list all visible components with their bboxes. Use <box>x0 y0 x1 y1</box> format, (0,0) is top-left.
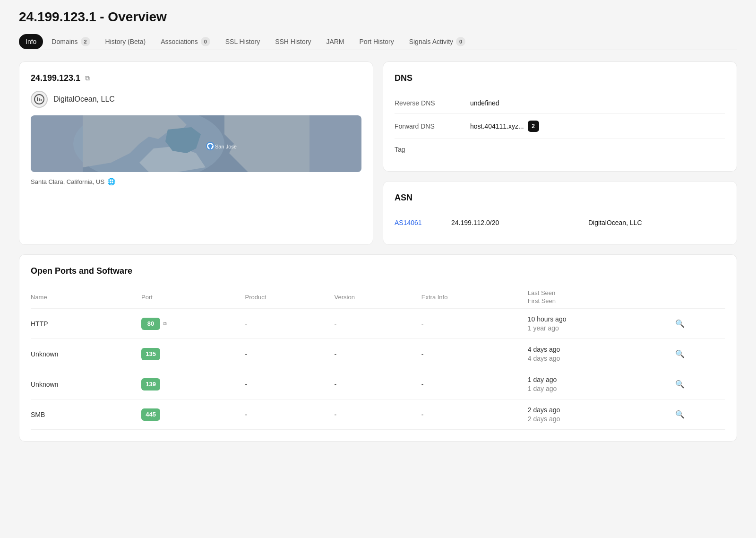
port-seen-cell: 10 hours ago1 year ago <box>528 309 675 339</box>
ports-table: Name Port Product Version Extra Info Las… <box>31 286 725 430</box>
globe-icon: 🌐 <box>107 178 115 185</box>
port-name-cell: Unknown <box>31 339 141 369</box>
org-logo <box>31 91 48 108</box>
col-actions <box>675 286 725 309</box>
first-seen: 2 days ago <box>528 415 670 423</box>
ip-address: 24.199.123.1 <box>31 73 80 83</box>
port-number-cell: 139 <box>141 369 245 399</box>
asn-id[interactable]: AS14061 <box>395 219 451 226</box>
port-extra-info-cell: - <box>421 399 528 430</box>
col-version: Version <box>335 286 421 309</box>
col-product: Product <box>245 286 335 309</box>
ip-info-card: 24.199.123.1 ⧉ DigitalOcean, LLC <box>19 61 373 245</box>
port-product-cell: - <box>245 369 335 399</box>
tab-jarm[interactable]: JARM <box>319 34 351 49</box>
reverse-dns-value: undefined <box>470 99 725 107</box>
last-seen: 10 hours ago <box>528 315 670 323</box>
tab-signals-activity-badge: 0 <box>456 37 465 46</box>
port-badge[interactable]: 135 <box>141 348 160 360</box>
ports-title: Open Ports and Software <box>31 266 725 276</box>
col-name: Name <box>31 286 141 309</box>
tab-ssl-history[interactable]: SSL History <box>219 34 266 49</box>
port-search-cell: 🔍 <box>675 339 725 369</box>
port-product-cell: - <box>245 339 335 369</box>
asn-row: AS14061 24.199.112.0/20 DigitalOcean, LL… <box>395 212 725 233</box>
asn-org: DigitalOcean, LLC <box>588 219 725 226</box>
forward-dns-label: Forward DNS <box>395 122 470 130</box>
port-badge[interactable]: 445 <box>141 408 160 421</box>
ports-card: Open Ports and Software Name Port Produc… <box>19 254 737 442</box>
reverse-dns-row: Reverse DNS undefined <box>395 93 725 114</box>
last-seen: 2 days ago <box>528 406 670 414</box>
port-seen-cell: 2 days ago2 days ago <box>528 399 675 430</box>
port-search-icon[interactable]: 🔍 <box>675 350 685 358</box>
map-container: San Jose <box>31 115 361 172</box>
port-product-cell: - <box>245 309 335 339</box>
last-seen: 1 day ago <box>528 376 670 383</box>
col-port: Port <box>141 286 245 309</box>
tab-domains-badge: 2 <box>81 37 90 46</box>
port-product-cell: - <box>245 399 335 430</box>
port-search-icon[interactable]: 🔍 <box>675 410 685 418</box>
table-row: Unknown139---1 day ago1 day ago🔍 <box>31 369 725 399</box>
port-version-cell: - <box>335 369 421 399</box>
forward-dns-value: host.404111.xyz... 2 <box>470 121 725 132</box>
port-search-cell: 🔍 <box>675 309 725 339</box>
port-number-cell: 135 <box>141 339 245 369</box>
org-name: DigitalOcean, LLC <box>53 95 115 104</box>
asn-title: ASN <box>395 193 725 203</box>
page-title: 24.199.123.1 - Overview <box>19 9 737 25</box>
copy-icon[interactable]: ⧉ <box>85 74 90 82</box>
tag-label: Tag <box>395 146 470 153</box>
port-version-cell: - <box>335 339 421 369</box>
first-seen: 1 day ago <box>528 385 670 392</box>
port-name-cell: SMB <box>31 399 141 430</box>
col-extra-info: Extra Info <box>421 286 528 309</box>
port-search-cell: 🔍 <box>675 399 725 430</box>
tab-signals-activity[interactable]: Signals Activity0 <box>403 33 472 50</box>
right-cards: DNS Reverse DNS undefined Forward DNS ho… <box>383 61 737 245</box>
table-row: SMB445---2 days ago2 days ago🔍 <box>31 399 725 430</box>
org-row: DigitalOcean, LLC <box>31 91 361 108</box>
dns-title: DNS <box>395 73 725 83</box>
port-name-cell: HTTP <box>31 309 141 339</box>
port-number-cell: 80⧉ <box>141 309 245 339</box>
forward-dns-count[interactable]: 2 <box>528 121 539 132</box>
tab-associations[interactable]: Associations0 <box>154 33 217 50</box>
port-version-cell: - <box>335 309 421 339</box>
asn-card: ASN AS14061 24.199.112.0/20 DigitalOcean… <box>383 181 737 245</box>
port-search-icon[interactable]: 🔍 <box>675 320 685 328</box>
ip-address-row: 24.199.123.1 ⧉ <box>31 73 361 83</box>
tab-info[interactable]: Info <box>19 34 43 49</box>
port-search-icon[interactable]: 🔍 <box>675 380 685 388</box>
asn-range: 24.199.112.0/20 <box>451 219 588 226</box>
reverse-dns-label: Reverse DNS <box>395 99 470 107</box>
location-text: Santa Clara, California, US 🌐 <box>31 178 361 185</box>
port-badge[interactable]: 80 <box>141 318 160 330</box>
dns-card: DNS Reverse DNS undefined Forward DNS ho… <box>383 61 737 172</box>
table-row: HTTP80⧉---10 hours ago1 year ago🔍 <box>31 309 725 339</box>
content-grid: 24.199.123.1 ⧉ DigitalOcean, LLC <box>19 61 737 245</box>
tag-row: Tag <box>395 139 725 160</box>
port-extra-info-cell: - <box>421 369 528 399</box>
forward-dns-row: Forward DNS host.404111.xyz... 2 <box>395 114 725 139</box>
table-row: Unknown135---4 days ago4 days ago🔍 <box>31 339 725 369</box>
tab-ssh-history[interactable]: SSH History <box>268 34 318 49</box>
port-extra-info-cell: - <box>421 309 528 339</box>
svg-text:San Jose: San Jose <box>215 144 237 149</box>
port-name-cell: Unknown <box>31 369 141 399</box>
port-extra-info-cell: - <box>421 339 528 369</box>
first-seen: 4 days ago <box>528 355 670 362</box>
port-seen-cell: 4 days ago4 days ago <box>528 339 675 369</box>
port-number-cell: 445 <box>141 399 245 430</box>
port-seen-cell: 1 day ago1 day ago <box>528 369 675 399</box>
col-last-first-seen: Last Seen First Seen <box>528 286 675 309</box>
tab-domains[interactable]: Domains2 <box>45 33 96 50</box>
last-seen: 4 days ago <box>528 346 670 353</box>
first-seen: 1 year ago <box>528 324 670 332</box>
external-link-icon[interactable]: ⧉ <box>163 321 167 327</box>
port-version-cell: - <box>335 399 421 430</box>
port-badge[interactable]: 139 <box>141 378 160 390</box>
tab-port-history[interactable]: Port History <box>353 34 401 49</box>
tab-history[interactable]: History (Beta) <box>99 34 153 49</box>
